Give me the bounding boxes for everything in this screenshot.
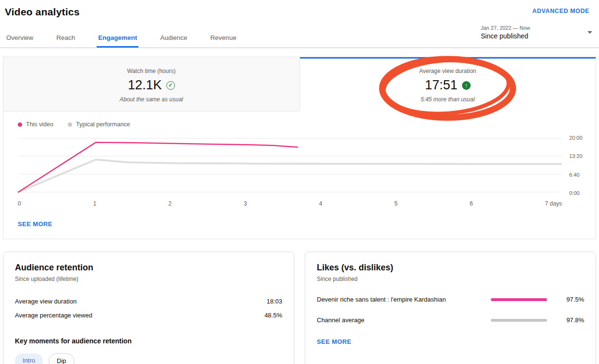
x-tick: 4 xyxy=(319,200,323,207)
date-range-text: Jan 27, 2022 — Now Since published xyxy=(481,25,582,40)
card-title: Audience retention xyxy=(15,263,282,273)
likes-bar-fill xyxy=(491,298,547,301)
metric-title: Watch time (hours) xyxy=(3,68,300,74)
tab-overview[interactable]: Overview xyxy=(5,29,35,48)
x-tick: 7 days xyxy=(545,200,562,207)
chip-intro[interactable]: Intro xyxy=(15,353,43,364)
duration-line-chart: 20:00 13:20 6:40 0:00 xyxy=(18,135,596,196)
card-subtitle: Since published xyxy=(317,276,584,282)
tab-reach[interactable]: Reach xyxy=(55,29,76,48)
legend-dot xyxy=(18,122,22,127)
advanced-mode-button[interactable]: ADVANCED MODE xyxy=(532,6,589,14)
stat-row: Average percentage viewed 48.5% xyxy=(15,308,282,322)
stat-value: 18:03 xyxy=(266,298,282,305)
likes-row-this-video: Devenir riche sans talent : l'empire Kar… xyxy=(317,296,584,303)
date-range-picker[interactable]: Jan 27, 2022 — Now Since published xyxy=(481,25,592,40)
date-range-value: Jan 27, 2022 — Now xyxy=(481,25,582,31)
likes-vs-dislikes-card: Likes (vs. dislikes) Since published Dev… xyxy=(305,252,596,364)
dropdown-caret-icon xyxy=(587,31,592,34)
y-tick: 20:00 xyxy=(569,135,596,141)
tab-engagement[interactable]: Engagement xyxy=(97,29,138,48)
legend-dot xyxy=(68,122,72,127)
metric-tile-avg-view-duration[interactable]: Average view duration 17:51 ↑ 5:45 more … xyxy=(300,57,596,111)
y-tick: 0:00 xyxy=(569,191,596,196)
metric-note: 5:45 more than usual xyxy=(300,96,596,103)
page-header: Video analytics ADVANCED MODE xyxy=(0,0,599,18)
x-tick: 3 xyxy=(244,200,247,207)
tab-audience[interactable]: Audience xyxy=(159,29,188,48)
likes-see-more-link[interactable]: SEE MORE xyxy=(317,338,351,345)
likes-row-label: Channel average xyxy=(317,316,491,324)
stat-label: Average percentage viewed xyxy=(15,312,92,319)
metric-note: About the same as usual xyxy=(3,96,300,103)
metric-value: 12.1K xyxy=(128,78,162,93)
legend-item-this-video: This video xyxy=(18,121,53,128)
bottom-cards: Audience retention Since uploaded (lifet… xyxy=(3,252,596,364)
legend-item-typical-performance: Typical performance xyxy=(68,121,130,128)
check-circle-icon: ✓ xyxy=(166,81,175,90)
stat-label: Average view duration xyxy=(15,298,76,305)
likes-bar xyxy=(491,298,549,301)
key-moments-title: Key moments for audience retention xyxy=(15,337,282,345)
arrow-up-circle-icon: ↑ xyxy=(462,81,471,90)
likes-row-label: Devenir riche sans talent : l'empire Kar… xyxy=(317,296,491,303)
line-chart-svg xyxy=(18,135,562,196)
retention-stats: Average view duration 18:03 Average perc… xyxy=(15,294,282,322)
chart-plot-area xyxy=(18,135,562,196)
x-tick: 2 xyxy=(168,200,172,207)
x-tick: 5 xyxy=(394,200,398,207)
y-tick: 6:40 xyxy=(569,172,596,178)
likes-row-value: 97.5% xyxy=(563,296,584,303)
likes-row-channel-average: Channel average 97.8% xyxy=(317,316,584,324)
x-tick: 1 xyxy=(93,200,97,207)
tab-revenue[interactable]: Revenue xyxy=(209,29,238,48)
chart-y-axis-labels: 20:00 13:20 6:40 0:00 xyxy=(562,135,596,196)
legend-label: Typical performance xyxy=(76,121,130,128)
metric-title: Average view duration xyxy=(300,68,596,74)
chart-legend: This video Typical performance xyxy=(18,121,596,128)
chip-dip[interactable]: Dip xyxy=(49,353,75,364)
card-title: Likes (vs. dislikes) xyxy=(317,263,584,273)
metric-tile-watch-time[interactable]: Watch time (hours) 12.1K ✓ About the sam… xyxy=(3,57,300,111)
likes-bar xyxy=(491,319,549,322)
legend-label: This video xyxy=(26,121,53,128)
y-tick: 13:20 xyxy=(569,154,596,159)
chart-x-axis-labels: 0 1 2 3 4 5 6 7 days xyxy=(18,200,562,207)
metric-value: 17:51 xyxy=(425,78,458,93)
audience-retention-card: Audience retention Since uploaded (lifet… xyxy=(3,252,294,364)
date-preset-value: Since published xyxy=(481,32,582,40)
chart-see-more-link[interactable]: SEE MORE xyxy=(18,220,52,228)
engagement-panel: Watch time (hours) 12.1K ✓ About the sam… xyxy=(3,57,596,239)
stat-row: Average view duration 18:03 xyxy=(15,294,282,308)
metric-tiles: Watch time (hours) 12.1K ✓ About the sam… xyxy=(3,57,596,111)
stat-value: 48.5% xyxy=(264,312,282,319)
card-subtitle: Since uploaded (lifetime) xyxy=(15,276,282,282)
likes-row-value: 97.8% xyxy=(563,316,584,324)
key-moments-chips: Intro Dip xyxy=(15,353,282,364)
x-tick: 0 xyxy=(18,200,21,207)
likes-bar-fill xyxy=(491,319,547,322)
x-tick: 6 xyxy=(470,200,473,207)
page-title: Video analytics xyxy=(5,6,80,18)
